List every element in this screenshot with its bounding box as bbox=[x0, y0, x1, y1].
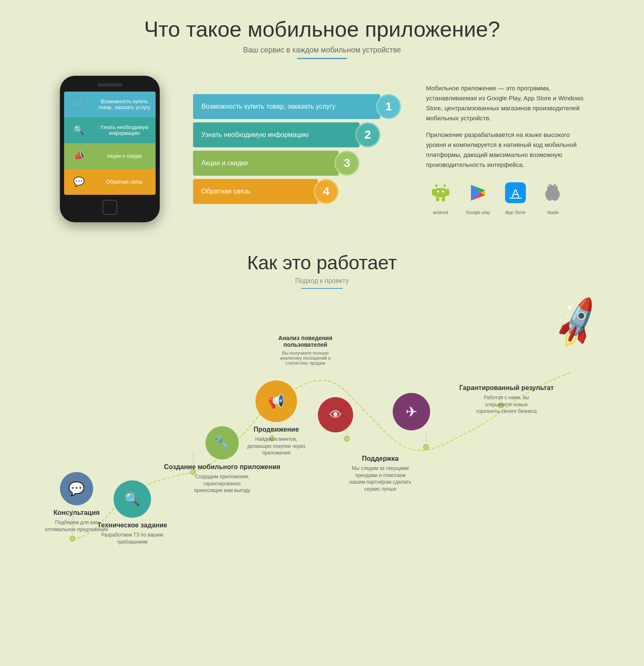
tz-title: Техническое задание bbox=[97, 521, 167, 530]
svg-rect-4 bbox=[446, 189, 449, 196]
node-promo: 📢 Продвижение Найдем клиентов, делающих … bbox=[243, 380, 310, 457]
phone-speaker bbox=[97, 83, 122, 87]
feature-bar-2: Узнать необходимую информацию bbox=[193, 122, 359, 147]
section2-underline bbox=[301, 288, 343, 289]
android-icon bbox=[426, 178, 455, 207]
plane-icon: ✈ bbox=[393, 393, 430, 430]
feature-number-2: 2 bbox=[355, 122, 380, 147]
result-title: Гарантированный результат bbox=[459, 384, 554, 393]
support-desc: Мы следим за текущими трендами и помогае… bbox=[347, 465, 414, 493]
feature-item-3: Акции и скидки 3 bbox=[193, 151, 401, 176]
googleplay-label: Google play bbox=[466, 210, 490, 215]
svg-rect-5 bbox=[436, 197, 439, 201]
appstore-label: App Store bbox=[505, 210, 526, 215]
phone-row-1: 🛒 Возможность купить товар, заказать усл… bbox=[64, 92, 156, 117]
support-title: Поддержка bbox=[362, 455, 399, 463]
feature-text-3: Акции и скидки bbox=[201, 159, 248, 167]
phone-label-4: Обратная связь bbox=[93, 179, 156, 185]
feature-bar-1: Возможность купить товар, заказать услуг… bbox=[193, 94, 380, 119]
svg-rect-6 bbox=[442, 197, 445, 201]
svg-point-28 bbox=[424, 445, 429, 450]
workflow-diagram: 🚀 💬 Консультация Подберем для вас оптима… bbox=[31, 297, 613, 580]
feature-bar-4: Обратная связь bbox=[193, 179, 318, 204]
node-result: Гарантированный результат Работая с нами… bbox=[459, 380, 554, 415]
feature-text-2: Узнать необходимую информацию bbox=[201, 131, 309, 139]
node-support: Поддержка Мы следим за текущими трендами… bbox=[347, 451, 414, 493]
create-desc: Создадим приложения, гарантированно прин… bbox=[189, 473, 255, 494]
svg-point-7 bbox=[437, 191, 439, 193]
apple-icon bbox=[538, 178, 567, 207]
svg-rect-3 bbox=[432, 189, 435, 196]
search-icon: 🔍 bbox=[64, 117, 93, 143]
description-1: Мобильное приложение — это программа, ус… bbox=[426, 83, 584, 123]
android-label: android bbox=[433, 210, 448, 215]
feature-item-4: Обратная связь 4 bbox=[193, 179, 401, 204]
tz-icon: 🔍 bbox=[114, 480, 151, 518]
feature-number-4: 4 bbox=[314, 179, 339, 204]
main-title: Что такое мобильное приложение? bbox=[25, 17, 619, 42]
svg-point-8 bbox=[442, 191, 444, 193]
analytics-desc: Вы получаете полную аналитику посещений … bbox=[272, 350, 339, 365]
phone-label-2: Узнать необходимую информацию bbox=[93, 124, 156, 136]
analytics-title: Анализ поведения пользователей bbox=[268, 335, 343, 348]
store-android: android bbox=[426, 178, 455, 215]
node-plane: ✈ bbox=[393, 393, 430, 430]
megaphone-icon: 📣 bbox=[64, 143, 93, 169]
node-analytics: Анализ поведения пользователей Вы получа… bbox=[268, 335, 343, 365]
konsult-icon: 💬 bbox=[60, 472, 93, 505]
phone-row-4: 💬 Обратная связь bbox=[64, 169, 156, 195]
svg-rect-2 bbox=[433, 188, 448, 197]
phone-label-1: Возможность купить товар, заказать услуг… bbox=[93, 99, 156, 110]
feature-item-2: Узнать необходимую информацию 2 bbox=[193, 122, 401, 147]
node-eye: 👁 bbox=[318, 397, 353, 432]
feature-text-4: Обратная связь bbox=[201, 188, 250, 195]
phone-label-3: Акции и скидки bbox=[93, 153, 156, 159]
section1: Что такое мобильное приложение? Ваш серв… bbox=[0, 0, 644, 235]
svg-point-0 bbox=[435, 184, 438, 187]
promo-icon: 📢 bbox=[255, 380, 297, 422]
subtitle: Ваш сервис в каждом мобильном устройстве bbox=[25, 46, 619, 55]
eye-icon: 👁 bbox=[318, 397, 353, 432]
feature-number-3: 3 bbox=[334, 151, 359, 176]
store-apple: Apple bbox=[538, 178, 567, 215]
chat-icon: 💬 bbox=[64, 169, 93, 195]
content-row: 🛒 Возможность купить товар, заказать усл… bbox=[25, 76, 619, 222]
store-appstore: A App Store bbox=[501, 178, 530, 215]
googleplay-icon bbox=[463, 178, 493, 207]
konsult-title: Консультация bbox=[53, 509, 99, 517]
section2-title: Как это работает bbox=[25, 251, 619, 274]
store-icons: android Google play bbox=[426, 178, 584, 215]
result-desc: Работая с нами, вы открываете новые гори… bbox=[473, 394, 540, 415]
appstore-icon: A bbox=[501, 178, 530, 207]
title-underline bbox=[297, 58, 347, 59]
promo-desc: Найдем клиентов, делающих покупки через … bbox=[243, 436, 310, 457]
store-googleplay: Google play bbox=[463, 178, 493, 215]
promo-title: Продвижение bbox=[253, 425, 299, 434]
phone-row-3: 📣 Акции и скидки bbox=[64, 143, 156, 169]
description-2: Приложение разрабатывается на языке высо… bbox=[426, 130, 584, 170]
phone-mockup: 🛒 Возможность купить товар, заказать усл… bbox=[60, 76, 168, 222]
phone-row-2: 🔍 Узнать необходимую информацию bbox=[64, 117, 156, 143]
section2-subtitle: Подход к проекту bbox=[25, 277, 619, 285]
right-description: Мобильное приложение — это программа, ус… bbox=[426, 83, 584, 215]
svg-point-27 bbox=[344, 436, 349, 441]
create-title: Создание мобильного приложения bbox=[164, 463, 280, 472]
phone-home-button bbox=[102, 200, 117, 215]
feature-text-1: Возможность купить товар, заказать услуг… bbox=[201, 103, 335, 110]
create-icon: 🔧 bbox=[206, 426, 239, 460]
apple-label: Apple bbox=[547, 210, 559, 215]
features-list: Возможность купить товар, заказать услуг… bbox=[193, 94, 401, 204]
feature-bar-3: Акции и скидки bbox=[193, 151, 339, 176]
tz-desc: Разработаем ТЗ по вашим требованиям bbox=[99, 532, 166, 546]
cart-icon: 🛒 bbox=[64, 92, 93, 117]
rocket-icon: 🚀 bbox=[548, 295, 607, 352]
svg-point-23 bbox=[70, 536, 75, 541]
phone: 🛒 Возможность купить товар, заказать усл… bbox=[60, 76, 160, 222]
section2: Как это работает Подход к проекту bbox=[0, 235, 644, 589]
phone-screen: 🛒 Возможность купить товар, заказать усл… bbox=[64, 92, 156, 195]
node-tz: 🔍 Техническое задание Разработаем ТЗ по … bbox=[97, 480, 167, 545]
feature-number-1: 1 bbox=[376, 94, 401, 119]
svg-point-1 bbox=[443, 184, 446, 187]
feature-item-1: Возможность купить товар, заказать услуг… bbox=[193, 94, 401, 119]
